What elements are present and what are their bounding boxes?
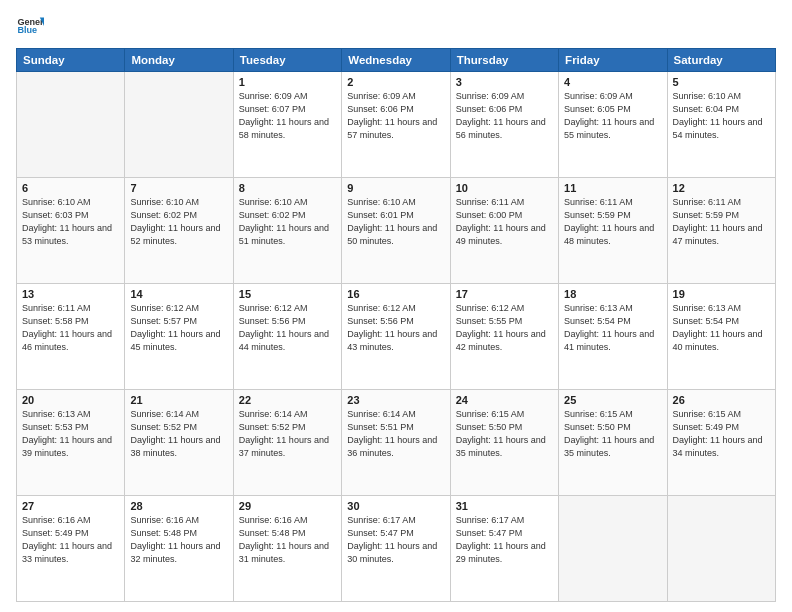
day-info: Sunrise: 6:15 AM Sunset: 5:50 PM Dayligh… — [564, 408, 661, 460]
calendar-cell: 20Sunrise: 6:13 AM Sunset: 5:53 PM Dayli… — [17, 390, 125, 496]
day-info: Sunrise: 6:10 AM Sunset: 6:03 PM Dayligh… — [22, 196, 119, 248]
calendar-header-friday: Friday — [559, 49, 667, 72]
calendar-cell: 11Sunrise: 6:11 AM Sunset: 5:59 PM Dayli… — [559, 178, 667, 284]
calendar-cell: 14Sunrise: 6:12 AM Sunset: 5:57 PM Dayli… — [125, 284, 233, 390]
day-info: Sunrise: 6:11 AM Sunset: 5:58 PM Dayligh… — [22, 302, 119, 354]
calendar-cell: 19Sunrise: 6:13 AM Sunset: 5:54 PM Dayli… — [667, 284, 775, 390]
calendar-cell: 4Sunrise: 6:09 AM Sunset: 6:05 PM Daylig… — [559, 72, 667, 178]
calendar-cell: 29Sunrise: 6:16 AM Sunset: 5:48 PM Dayli… — [233, 496, 341, 602]
calendar-cell: 2Sunrise: 6:09 AM Sunset: 6:06 PM Daylig… — [342, 72, 450, 178]
calendar-header-row: SundayMondayTuesdayWednesdayThursdayFrid… — [17, 49, 776, 72]
day-number: 8 — [239, 182, 336, 194]
calendar-cell: 15Sunrise: 6:12 AM Sunset: 5:56 PM Dayli… — [233, 284, 341, 390]
day-number: 20 — [22, 394, 119, 406]
calendar-cell: 1Sunrise: 6:09 AM Sunset: 6:07 PM Daylig… — [233, 72, 341, 178]
day-number: 26 — [673, 394, 770, 406]
calendar-cell: 21Sunrise: 6:14 AM Sunset: 5:52 PM Dayli… — [125, 390, 233, 496]
calendar-cell — [17, 72, 125, 178]
svg-text:Blue: Blue — [17, 25, 37, 35]
calendar-cell: 13Sunrise: 6:11 AM Sunset: 5:58 PM Dayli… — [17, 284, 125, 390]
day-info: Sunrise: 6:14 AM Sunset: 5:52 PM Dayligh… — [239, 408, 336, 460]
calendar-cell: 16Sunrise: 6:12 AM Sunset: 5:56 PM Dayli… — [342, 284, 450, 390]
day-number: 16 — [347, 288, 444, 300]
calendar-cell: 23Sunrise: 6:14 AM Sunset: 5:51 PM Dayli… — [342, 390, 450, 496]
header: General Blue — [16, 12, 776, 40]
general-blue-icon: General Blue — [16, 12, 44, 40]
day-number: 9 — [347, 182, 444, 194]
day-info: Sunrise: 6:14 AM Sunset: 5:51 PM Dayligh… — [347, 408, 444, 460]
day-info: Sunrise: 6:10 AM Sunset: 6:01 PM Dayligh… — [347, 196, 444, 248]
calendar-cell: 12Sunrise: 6:11 AM Sunset: 5:59 PM Dayli… — [667, 178, 775, 284]
day-number: 5 — [673, 76, 770, 88]
calendar-cell: 26Sunrise: 6:15 AM Sunset: 5:49 PM Dayli… — [667, 390, 775, 496]
day-number: 11 — [564, 182, 661, 194]
day-info: Sunrise: 6:10 AM Sunset: 6:04 PM Dayligh… — [673, 90, 770, 142]
calendar-cell: 3Sunrise: 6:09 AM Sunset: 6:06 PM Daylig… — [450, 72, 558, 178]
day-number: 18 — [564, 288, 661, 300]
day-info: Sunrise: 6:14 AM Sunset: 5:52 PM Dayligh… — [130, 408, 227, 460]
calendar-header-wednesday: Wednesday — [342, 49, 450, 72]
calendar-cell — [125, 72, 233, 178]
day-number: 1 — [239, 76, 336, 88]
calendar-cell: 17Sunrise: 6:12 AM Sunset: 5:55 PM Dayli… — [450, 284, 558, 390]
day-info: Sunrise: 6:13 AM Sunset: 5:54 PM Dayligh… — [673, 302, 770, 354]
day-number: 4 — [564, 76, 661, 88]
day-number: 30 — [347, 500, 444, 512]
calendar-week-3: 13Sunrise: 6:11 AM Sunset: 5:58 PM Dayli… — [17, 284, 776, 390]
calendar-cell: 31Sunrise: 6:17 AM Sunset: 5:47 PM Dayli… — [450, 496, 558, 602]
page: General Blue SundayMondayTuesdayWednesda… — [0, 0, 792, 612]
calendar-header-monday: Monday — [125, 49, 233, 72]
day-number: 17 — [456, 288, 553, 300]
day-number: 23 — [347, 394, 444, 406]
calendar-header-saturday: Saturday — [667, 49, 775, 72]
day-info: Sunrise: 6:13 AM Sunset: 5:54 PM Dayligh… — [564, 302, 661, 354]
day-number: 7 — [130, 182, 227, 194]
day-number: 13 — [22, 288, 119, 300]
day-number: 19 — [673, 288, 770, 300]
day-info: Sunrise: 6:09 AM Sunset: 6:07 PM Dayligh… — [239, 90, 336, 142]
day-number: 12 — [673, 182, 770, 194]
day-info: Sunrise: 6:11 AM Sunset: 5:59 PM Dayligh… — [564, 196, 661, 248]
calendar-week-4: 20Sunrise: 6:13 AM Sunset: 5:53 PM Dayli… — [17, 390, 776, 496]
day-info: Sunrise: 6:16 AM Sunset: 5:48 PM Dayligh… — [239, 514, 336, 566]
day-number: 28 — [130, 500, 227, 512]
day-info: Sunrise: 6:11 AM Sunset: 6:00 PM Dayligh… — [456, 196, 553, 248]
day-info: Sunrise: 6:15 AM Sunset: 5:50 PM Dayligh… — [456, 408, 553, 460]
day-number: 24 — [456, 394, 553, 406]
day-info: Sunrise: 6:16 AM Sunset: 5:49 PM Dayligh… — [22, 514, 119, 566]
day-info: Sunrise: 6:17 AM Sunset: 5:47 PM Dayligh… — [456, 514, 553, 566]
calendar-cell: 24Sunrise: 6:15 AM Sunset: 5:50 PM Dayli… — [450, 390, 558, 496]
calendar-cell: 30Sunrise: 6:17 AM Sunset: 5:47 PM Dayli… — [342, 496, 450, 602]
calendar-cell: 22Sunrise: 6:14 AM Sunset: 5:52 PM Dayli… — [233, 390, 341, 496]
calendar-cell: 18Sunrise: 6:13 AM Sunset: 5:54 PM Dayli… — [559, 284, 667, 390]
day-number: 25 — [564, 394, 661, 406]
day-number: 27 — [22, 500, 119, 512]
calendar-week-2: 6Sunrise: 6:10 AM Sunset: 6:03 PM Daylig… — [17, 178, 776, 284]
calendar-cell: 28Sunrise: 6:16 AM Sunset: 5:48 PM Dayli… — [125, 496, 233, 602]
calendar-week-5: 27Sunrise: 6:16 AM Sunset: 5:49 PM Dayli… — [17, 496, 776, 602]
day-info: Sunrise: 6:13 AM Sunset: 5:53 PM Dayligh… — [22, 408, 119, 460]
day-info: Sunrise: 6:12 AM Sunset: 5:57 PM Dayligh… — [130, 302, 227, 354]
logo: General Blue — [16, 12, 48, 40]
day-number: 10 — [456, 182, 553, 194]
day-number: 2 — [347, 76, 444, 88]
calendar-cell: 5Sunrise: 6:10 AM Sunset: 6:04 PM Daylig… — [667, 72, 775, 178]
day-info: Sunrise: 6:09 AM Sunset: 6:06 PM Dayligh… — [347, 90, 444, 142]
calendar-cell: 8Sunrise: 6:10 AM Sunset: 6:02 PM Daylig… — [233, 178, 341, 284]
day-number: 29 — [239, 500, 336, 512]
day-number: 21 — [130, 394, 227, 406]
day-info: Sunrise: 6:12 AM Sunset: 5:55 PM Dayligh… — [456, 302, 553, 354]
day-number: 15 — [239, 288, 336, 300]
calendar-cell: 9Sunrise: 6:10 AM Sunset: 6:01 PM Daylig… — [342, 178, 450, 284]
day-number: 22 — [239, 394, 336, 406]
day-info: Sunrise: 6:11 AM Sunset: 5:59 PM Dayligh… — [673, 196, 770, 248]
calendar-table: SundayMondayTuesdayWednesdayThursdayFrid… — [16, 48, 776, 602]
calendar-header-thursday: Thursday — [450, 49, 558, 72]
day-info: Sunrise: 6:10 AM Sunset: 6:02 PM Dayligh… — [130, 196, 227, 248]
day-info: Sunrise: 6:17 AM Sunset: 5:47 PM Dayligh… — [347, 514, 444, 566]
day-number: 3 — [456, 76, 553, 88]
calendar-cell: 25Sunrise: 6:15 AM Sunset: 5:50 PM Dayli… — [559, 390, 667, 496]
calendar-cell — [667, 496, 775, 602]
calendar-header-tuesday: Tuesday — [233, 49, 341, 72]
calendar-cell: 7Sunrise: 6:10 AM Sunset: 6:02 PM Daylig… — [125, 178, 233, 284]
